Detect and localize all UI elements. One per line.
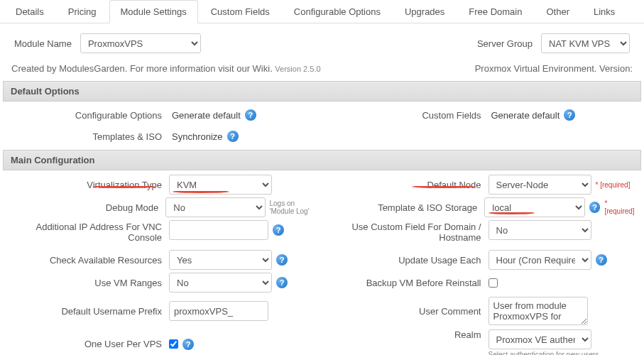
help-icon[interactable]: ?: [564, 109, 575, 121]
use-vm-ranges-select[interactable]: No: [169, 273, 272, 293]
configurable-options-label: Configurable Options: [6, 110, 169, 121]
one-user-per-vps-checkbox[interactable]: [169, 339, 178, 349]
generate-default-link[interactable]: Generate default: [491, 110, 560, 121]
section-main-configuration: Main Configuration: [3, 150, 641, 170]
use-vm-ranges-label: Use VM Ranges: [6, 278, 169, 288]
tab-details[interactable]: Details: [4, 0, 55, 23]
help-icon[interactable]: ?: [245, 109, 256, 121]
top-row: Module Name ProxmoxVPS Server Group NAT …: [0, 23, 644, 58]
debug-mode-label: Debug Mode: [6, 202, 165, 213]
use-custom-field-domain-label: Use Custom Field For Domain / Hostname: [325, 220, 489, 243]
tab-module-settings[interactable]: Module Settings: [109, 0, 198, 23]
tab-free-domain[interactable]: Free Domain: [457, 0, 533, 23]
help-icon[interactable]: ?: [589, 202, 601, 213]
default-node-label: Default Node: [325, 180, 489, 190]
default-username-prefix-input[interactable]: [169, 301, 268, 321]
help-icon[interactable]: ?: [273, 224, 284, 236]
default-node-select[interactable]: Server-Node: [489, 175, 591, 195]
update-usage-select[interactable]: Hour (Cron Required): [489, 250, 591, 270]
required-marker: * [required]: [604, 200, 638, 215]
template-iso-storage-label: Template & ISO Storage: [325, 202, 485, 213]
help-icon[interactable]: ?: [182, 339, 194, 350]
user-comment-textarea[interactable]: User from module ProxmoxVPS for: [489, 297, 588, 325]
tab-pricing[interactable]: Pricing: [57, 0, 108, 23]
help-icon[interactable]: ?: [276, 254, 288, 266]
backup-before-reinstall-checkbox[interactable]: [489, 278, 498, 288]
one-user-per-vps-label: One User Per VPS: [6, 339, 169, 349]
tab-configurable-options[interactable]: Configurable Options: [283, 0, 392, 23]
help-icon[interactable]: ?: [596, 254, 607, 266]
check-avail-resources-select[interactable]: Yes: [169, 250, 272, 270]
synchronize-link[interactable]: Synchronize: [172, 131, 223, 142]
main-config-grid: Virtualization Type KVM Default Node Ser…: [0, 170, 644, 355]
check-avail-resources-label: Check Available Resources: [6, 255, 169, 266]
tab-bar: Details Pricing Module Settings Custom F…: [0, 0, 644, 23]
tab-links[interactable]: Links: [582, 0, 626, 23]
user-comment-label: User Comment: [325, 306, 489, 317]
module-name-label: Module Name: [14, 38, 72, 49]
debug-mode-hint: Logs on 'Module Log': [270, 200, 320, 215]
debug-mode-select[interactable]: No: [165, 197, 265, 217]
template-iso-storage-select[interactable]: local: [484, 197, 585, 217]
default-username-prefix-label: Default Username Prefix: [6, 306, 169, 317]
realm-hint: Select authentication for new users: [489, 351, 599, 355]
additional-ip-vnc-label: Additional IP Address For VNC Console: [6, 220, 169, 243]
version-text: Version 2.5.0: [275, 65, 320, 73]
pve-env-text: Proxmox Virtual Environment. Version:: [475, 63, 633, 74]
required-marker: * [required]: [596, 181, 631, 189]
tab-other[interactable]: Other: [535, 0, 581, 23]
tab-custom-fields[interactable]: Custom Fields: [200, 0, 281, 23]
use-custom-field-domain-select[interactable]: No: [489, 220, 591, 240]
default-options-grid: Configurable Options Generate default ? …: [0, 102, 644, 150]
server-group-select[interactable]: NAT KVM VPS: [541, 33, 630, 53]
server-group-label: Server Group: [477, 38, 533, 49]
virtualization-type-label: Virtualization Type: [6, 180, 169, 190]
created-by-text: Created by ModulesGarden. For more infor…: [11, 63, 275, 74]
templates-iso-label: Templates & ISO: [6, 131, 169, 142]
realm-select[interactable]: Proxmox VE authentic: [489, 329, 591, 349]
meta-row: Created by ModulesGarden. For more infor…: [0, 58, 644, 81]
help-icon[interactable]: ?: [276, 277, 288, 288]
section-default-options: Default Options: [3, 81, 641, 102]
additional-ip-vnc-input[interactable]: [169, 220, 268, 240]
backup-before-reinstall-label: Backup VM Before Reinstall: [325, 278, 489, 288]
update-usage-label: Update Usage Each: [325, 255, 489, 266]
module-name-select[interactable]: ProxmoxVPS: [80, 33, 201, 53]
realm-label: Realm: [325, 329, 489, 340]
help-icon[interactable]: ?: [227, 131, 239, 142]
generate-default-link[interactable]: Generate default: [172, 110, 241, 121]
tab-upgrades[interactable]: Upgrades: [393, 0, 456, 23]
custom-fields-label: Custom Fields: [325, 110, 489, 121]
